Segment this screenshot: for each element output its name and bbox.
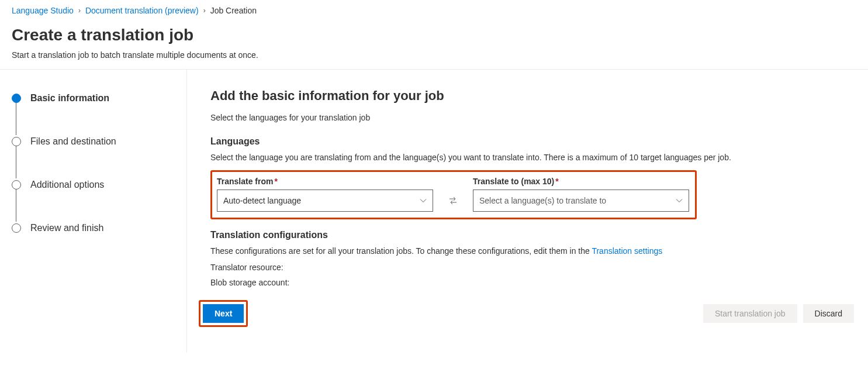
step-connector bbox=[16, 102, 16, 135]
step-review-finish[interactable]: Review and finish bbox=[12, 223, 175, 233]
breadcrumb-current: Job Creation bbox=[210, 6, 257, 15]
translator-resource-row: Translator resource: bbox=[210, 263, 861, 272]
step-files-destination[interactable]: Files and destination bbox=[12, 136, 175, 180]
breadcrumb-link-document-translation[interactable]: Document translation (preview) bbox=[85, 6, 199, 15]
required-indicator: * bbox=[274, 177, 277, 186]
translate-from-dropdown[interactable]: Auto-detect language bbox=[217, 190, 433, 212]
step-label: Additional options bbox=[30, 180, 104, 190]
swap-arrows-icon bbox=[448, 196, 458, 205]
step-list: Basic information Files and destination … bbox=[12, 93, 175, 233]
step-connector bbox=[16, 146, 16, 178]
translate-from-value: Auto-detect language bbox=[223, 196, 301, 205]
translation-settings-link[interactable]: Translation settings bbox=[592, 246, 662, 256]
config-heading: Translation configurations bbox=[210, 230, 861, 240]
page-subtitle: Start a translation job to batch transla… bbox=[12, 50, 856, 60]
section-subtitle: Select the languages for your translatio… bbox=[210, 113, 861, 122]
step-label: Review and finish bbox=[30, 223, 103, 233]
step-basic-information[interactable]: Basic information bbox=[12, 93, 175, 136]
translate-from-label: Translate from* bbox=[217, 177, 433, 186]
chevron-right-icon: › bbox=[78, 6, 81, 15]
section-title: Add the basic information for your job bbox=[210, 88, 861, 104]
breadcrumb: Language Studio › Document translation (… bbox=[12, 6, 856, 15]
step-additional-options[interactable]: Additional options bbox=[12, 180, 175, 223]
translation-config-section: Translation configurations These configu… bbox=[210, 230, 861, 287]
chevron-down-icon bbox=[676, 197, 683, 204]
step-connector bbox=[16, 189, 16, 222]
step-marker-icon bbox=[12, 137, 21, 146]
step-marker-active-icon bbox=[12, 94, 21, 103]
translate-from-field: Translate from* Auto-detect language bbox=[217, 177, 433, 212]
translate-to-label: Translate to (max 10)* bbox=[473, 177, 689, 186]
config-description: These configurations are set for all you… bbox=[210, 246, 861, 256]
next-button-highlight: Next bbox=[199, 300, 248, 327]
step-marker-icon bbox=[12, 180, 21, 190]
blob-storage-row: Blob storage account: bbox=[210, 278, 861, 287]
chevron-down-icon bbox=[420, 197, 427, 204]
next-button[interactable]: Next bbox=[203, 304, 244, 323]
translate-to-placeholder: Select a language(s) to translate to bbox=[479, 196, 606, 205]
step-label: Basic information bbox=[30, 93, 109, 104]
translate-to-field: Translate to (max 10)* Select a language… bbox=[473, 177, 689, 212]
page-title: Create a translation job bbox=[12, 26, 856, 44]
languages-description: Select the language you are translating … bbox=[210, 153, 861, 162]
main-content: Add the basic information for your job S… bbox=[187, 70, 868, 353]
start-translation-job-button: Start translation job bbox=[703, 304, 797, 323]
swap-languages-button[interactable] bbox=[444, 191, 462, 210]
languages-highlight: Translate from* Auto-detect language bbox=[210, 170, 697, 219]
translate-to-dropdown[interactable]: Select a language(s) to translate to bbox=[473, 190, 689, 212]
languages-heading: Languages bbox=[210, 136, 861, 147]
step-label: Files and destination bbox=[30, 136, 116, 147]
discard-button[interactable]: Discard bbox=[803, 304, 854, 323]
footer-bar: Next Start translation job Discard bbox=[210, 293, 861, 334]
step-marker-icon bbox=[12, 223, 21, 233]
required-indicator: * bbox=[555, 177, 558, 186]
chevron-right-icon: › bbox=[203, 6, 206, 15]
wizard-sidebar: Basic information Files and destination … bbox=[0, 70, 187, 353]
breadcrumb-link-language-studio[interactable]: Language Studio bbox=[12, 6, 74, 15]
